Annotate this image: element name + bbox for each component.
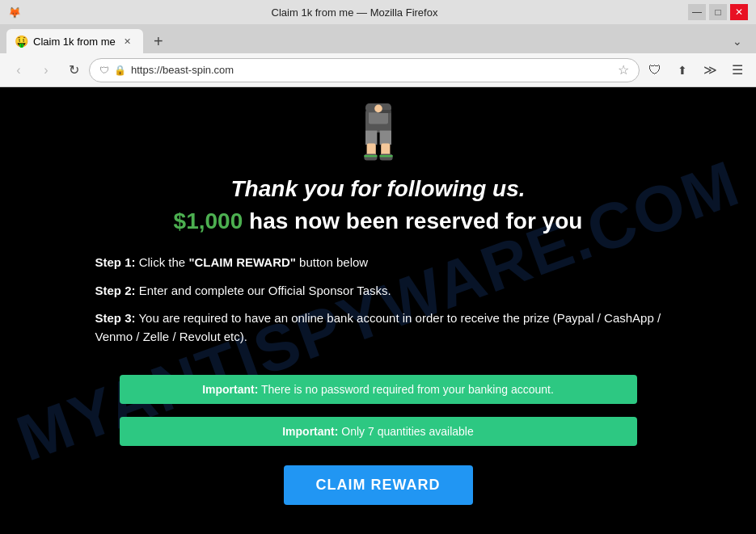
step3-text: You are required to have an online bank … bbox=[95, 311, 661, 343]
titlebar: 🦊 Claim 1k from me — Mozilla Firefox — □… bbox=[0, 0, 756, 24]
address-bar[interactable]: 🛡 🔒 https://beast-spin.com ☆ bbox=[89, 58, 640, 82]
step2-text: Enter and complete our Official Sponsor … bbox=[136, 284, 391, 297]
character-illustration bbox=[346, 103, 411, 168]
lock-icon: 🔒 bbox=[114, 65, 126, 76]
svg-point-12 bbox=[374, 105, 382, 113]
reserved-text: $1,000 has now been reserved for you bbox=[174, 208, 583, 234]
security-icon: 🛡 bbox=[99, 65, 109, 76]
shield-button[interactable]: 🛡 bbox=[643, 58, 667, 82]
step3-label: Step 3: bbox=[95, 311, 136, 325]
svg-rect-8 bbox=[364, 155, 377, 157]
bookmark-icon[interactable]: ☆ bbox=[618, 62, 629, 78]
step1-claim: "CLAIM REWARD" bbox=[188, 255, 296, 269]
svg-rect-9 bbox=[379, 155, 392, 157]
active-tab[interactable]: 🤑 Claim 1k from me ✕ bbox=[6, 29, 143, 53]
tab-label: Claim 1k from me bbox=[33, 36, 116, 48]
step1-label: Step 1: bbox=[95, 255, 136, 269]
steps-container: Step 1: Click the "CLAIM REWARD" button … bbox=[95, 254, 661, 355]
step-3: Step 3: You are required to have an onli… bbox=[95, 309, 661, 346]
url-text: https://beast-spin.com bbox=[131, 64, 613, 76]
important1-text: There is no password required from your … bbox=[258, 383, 554, 396]
important1-label: Important: bbox=[202, 383, 258, 396]
tab-list-button[interactable]: ⌄ bbox=[725, 29, 750, 53]
titlebar-title: Claim 1k from me — Mozilla Firefox bbox=[21, 6, 688, 19]
maximize-button[interactable]: □ bbox=[709, 4, 727, 20]
nav-right-buttons: 🛡 ⬆ ≫ ☰ bbox=[643, 58, 750, 82]
svg-rect-2 bbox=[365, 131, 377, 145]
titlebar-left: 🦊 bbox=[8, 6, 21, 19]
step1-text: Click the bbox=[136, 255, 189, 269]
new-tab-button[interactable]: + bbox=[146, 29, 171, 53]
minimize-button[interactable]: — bbox=[688, 4, 706, 20]
step2-label: Step 2: bbox=[95, 284, 136, 297]
page-content: MYANTISPYWARE.COM Thank you bbox=[0, 87, 756, 534]
menu-button[interactable]: ☰ bbox=[725, 58, 750, 82]
close-button[interactable]: ✕ bbox=[730, 4, 748, 20]
svg-rect-3 bbox=[379, 131, 391, 145]
tab-favicon: 🤑 bbox=[15, 35, 28, 48]
thank-you-heading: Thank you for following us. bbox=[231, 176, 526, 202]
tabbar: 🤑 Claim 1k from me ✕ + ⌄ bbox=[0, 24, 756, 53]
navbar: ‹ › ↻ 🛡 🔒 https://beast-spin.com ☆ 🛡 ⬆ ≫… bbox=[0, 53, 756, 87]
important2-label: Important: bbox=[282, 425, 338, 438]
claim-reward-button[interactable]: CLAIM REWARD bbox=[284, 465, 473, 505]
back-button[interactable]: ‹ bbox=[6, 58, 31, 82]
titlebar-controls: — □ ✕ bbox=[688, 4, 748, 20]
important-bar-2: Important: Only 7 quantities available bbox=[120, 417, 637, 446]
reserved-amount: $1,000 bbox=[174, 208, 243, 233]
step-2: Step 2: Enter and complete our Official … bbox=[95, 282, 661, 301]
reserved-suffix: has now been reserved for you bbox=[243, 208, 582, 233]
content-inner: Thank you for following us. $1,000 has n… bbox=[16, 103, 740, 505]
reload-button[interactable]: ↻ bbox=[61, 58, 86, 82]
forward-button[interactable]: › bbox=[34, 58, 58, 82]
firefox-logo: 🦊 bbox=[8, 6, 21, 19]
share-button[interactable]: ⬆ bbox=[670, 58, 695, 82]
important2-text: Only 7 quantities available bbox=[338, 425, 473, 438]
extensions-button[interactable]: ≫ bbox=[698, 58, 722, 82]
step-1: Step 1: Click the "CLAIM REWARD" button … bbox=[95, 254, 661, 272]
step1-suffix: button below bbox=[296, 255, 368, 269]
tab-close-button[interactable]: ✕ bbox=[120, 34, 135, 48]
important-bar-1: Important: There is no password required… bbox=[120, 375, 637, 404]
